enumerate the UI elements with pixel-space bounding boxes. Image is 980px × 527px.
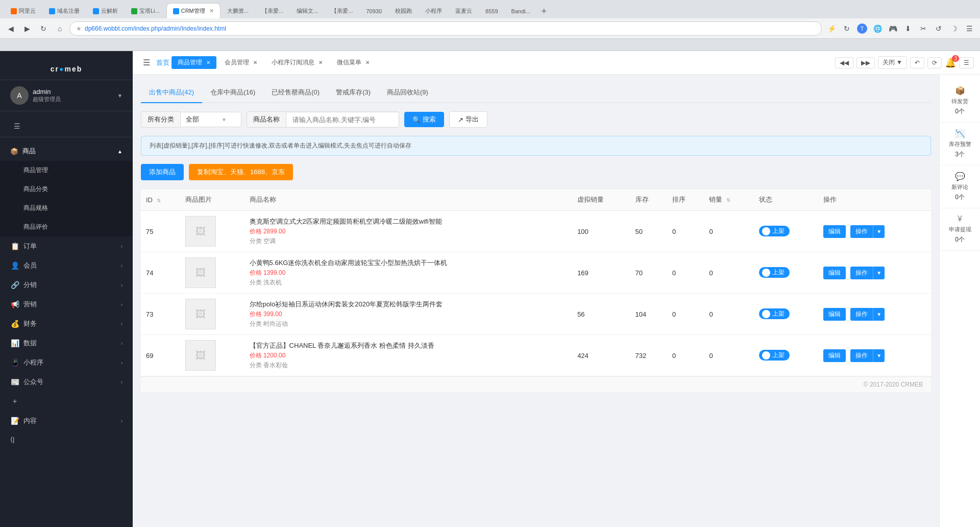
game-icon[interactable]: 🎮 xyxy=(886,22,899,35)
product-name-input[interactable] xyxy=(286,113,399,127)
browser-tab-baota[interactable]: 宝塔Li... xyxy=(125,3,166,18)
menu-icon[interactable]: ☰ xyxy=(963,22,976,35)
sidebar-item-data[interactable]: 📊 数据 › xyxy=(0,333,133,353)
translate-icon[interactable]: 🌐 xyxy=(871,22,884,35)
add-product-button[interactable]: 添加商品 xyxy=(141,164,184,180)
nav-more-btn[interactable]: ☰ xyxy=(959,57,974,68)
panel-pending-delivery[interactable]: 📦 待发货 0个 xyxy=(940,80,980,123)
panel-withdraw[interactable]: ¥ 申请提现 0个 xyxy=(940,208,980,251)
cell-virtual-sales[interactable]: 169 xyxy=(572,252,630,294)
cell-sort[interactable]: 0 xyxy=(667,211,704,252)
tab-warehouse[interactable]: 仓库中商品(16) xyxy=(202,83,263,103)
ops-button-1[interactable]: 操作 xyxy=(850,225,873,238)
category-dropdown[interactable]: 全部 ▼ xyxy=(180,112,241,127)
browser-tab-70930[interactable]: 70930 xyxy=(359,3,388,18)
edit-button-3[interactable]: 编辑 xyxy=(823,308,846,321)
cell-virtual-sales[interactable]: 424 xyxy=(572,335,630,376)
ops-dropdown-btn-3[interactable]: ▼ xyxy=(873,308,885,321)
tab-warning-stock[interactable]: 警戒库存(3) xyxy=(328,83,379,103)
sidebar-item-finance[interactable]: 💰 财务 › xyxy=(0,314,133,333)
reload-button[interactable]: ↻ xyxy=(37,22,50,35)
scissors-icon[interactable]: ✂ xyxy=(917,22,930,35)
tab-recycle[interactable]: 商品回收站(9) xyxy=(379,83,436,103)
cell-virtual-sales[interactable]: 56 xyxy=(572,294,630,335)
browser-tab-bandi[interactable]: Bandi... xyxy=(505,3,537,18)
download-icon[interactable]: ⬇ xyxy=(901,22,915,35)
home-button[interactable]: ⌂ xyxy=(53,22,66,35)
sidebar-item-content[interactable]: 📝 内容 › xyxy=(0,411,133,430)
ops-button-2[interactable]: 操作 xyxy=(850,267,873,279)
tab-wechat-menu[interactable]: 微信菜单 ✕ xyxy=(331,56,376,69)
copy-product-button[interactable]: 复制淘宝、天猫、1688、京东 xyxy=(189,164,293,180)
cell-stock[interactable]: 104 xyxy=(630,294,667,335)
url-bar[interactable]: ★ dp666.wobbt.com/index.php/admin/Index/… xyxy=(69,21,822,36)
browser-tab-dns[interactable]: 云解析 xyxy=(86,3,125,18)
ops-button-3[interactable]: 操作 xyxy=(850,308,873,321)
home-link[interactable]: 首页 xyxy=(156,58,169,67)
cell-virtual-sales[interactable]: 100 xyxy=(572,211,630,252)
edit-button-1[interactable]: 编辑 xyxy=(823,225,846,238)
cell-stock[interactable]: 732 xyxy=(630,335,667,376)
panel-stock-warning[interactable]: 📉 库存预警 3个 xyxy=(940,123,980,165)
status-toggle-2[interactable]: 上架 xyxy=(759,267,790,278)
tab-sold-out[interactable]: 已经售罄商品(0) xyxy=(263,83,328,103)
forward-button[interactable]: ▶ xyxy=(20,22,34,35)
tab-member-manage[interactable]: 会员管理 ✕ xyxy=(218,56,263,69)
nav-refresh-btn[interactable]: ⟳ xyxy=(927,57,942,68)
extensions-icon[interactable]: ⚡ xyxy=(825,22,838,35)
panel-new-reviews[interactable]: 💬 新评论 0个 xyxy=(940,165,980,208)
browser-tab-domain[interactable]: 域名注册 xyxy=(42,3,86,18)
ops-dropdown-btn-2[interactable]: ▼ xyxy=(873,267,885,279)
sidebar-item-product-review[interactable]: 商品评价 xyxy=(0,218,133,236)
nav-close-btn[interactable]: 关闭 ▼ xyxy=(878,56,907,69)
back-button[interactable]: ◀ xyxy=(4,22,17,35)
cell-sort[interactable]: 0 xyxy=(667,335,704,376)
nav-undo-btn[interactable]: ↶ xyxy=(910,57,924,68)
sidebar-item-orders[interactable]: 📋 订单 › xyxy=(0,236,133,256)
tab-close-icon4[interactable]: ✕ xyxy=(365,60,370,65)
ops-button-4[interactable]: 操作 xyxy=(850,349,873,362)
cell-sort[interactable]: 0 xyxy=(667,252,704,294)
cell-stock[interactable]: 70 xyxy=(630,252,667,294)
status-toggle-3[interactable]: 上架 xyxy=(759,308,790,319)
tab-close-icon2[interactable]: ✕ xyxy=(253,60,257,65)
browser-tab-qin2[interactable]: 【亲爱... xyxy=(325,3,359,18)
id-sort-icon[interactable]: ⇅ xyxy=(157,198,161,203)
sidebar-item-marketing[interactable]: 📢 营销 › xyxy=(0,295,133,314)
ops-dropdown-btn-1[interactable]: ▼ xyxy=(873,225,885,238)
sidebar-collapse-btn[interactable]: ⟨| xyxy=(0,430,133,448)
ops-dropdown-btn-4[interactable]: ▼ xyxy=(873,349,885,362)
tab-miniapp-subscribe[interactable]: 小程序订阅消息 ✕ xyxy=(265,56,329,69)
browser-tab-dapeng[interactable]: 大鹏资... xyxy=(220,3,255,18)
tab-close-icon[interactable]: ✕ xyxy=(209,8,214,14)
reload2-icon[interactable]: ↻ xyxy=(840,22,853,35)
sales-sort-icon[interactable]: ⇅ xyxy=(726,197,730,203)
browser-tab-qin1[interactable]: 【亲爱... xyxy=(255,3,290,18)
tab-close-icon3[interactable]: ✕ xyxy=(318,60,323,65)
nav-products-toggle[interactable]: 📦 商品 ▲ xyxy=(0,141,133,161)
cell-sort[interactable]: 0 xyxy=(667,294,704,335)
new-tab-button[interactable]: + xyxy=(537,4,551,18)
tab-product-manage[interactable]: 商品管理 ✕ xyxy=(172,56,216,69)
browser-tab-8559[interactable]: 8559 xyxy=(479,3,504,18)
cell-stock[interactable]: 50 xyxy=(630,211,667,252)
hamburger-icon[interactable]: ☰ xyxy=(10,119,23,133)
user-dropdown-icon[interactable]: ▼ xyxy=(117,93,122,99)
browser-tab-lanmai[interactable]: 蓝麦云 xyxy=(449,3,479,18)
profile-icon[interactable]: T xyxy=(855,22,869,35)
edit-button-2[interactable]: 编辑 xyxy=(823,267,846,279)
sidebar-item-members[interactable]: 👤 会员 › xyxy=(0,256,133,275)
browser-tab-campus[interactable]: 校园跑 xyxy=(388,3,419,18)
sidebar-user[interactable]: A admin 超级管理员 ▼ xyxy=(0,80,133,111)
browser-tab-edit[interactable]: 编辑文... xyxy=(290,3,325,18)
browser-tab-aliyun[interactable]: 阿里云 xyxy=(4,3,42,18)
moon-icon[interactable]: ☽ xyxy=(947,22,961,35)
sidebar-item-add[interactable]: ＋ xyxy=(0,392,133,411)
browser-tab-miniapp[interactable]: 小程序 xyxy=(419,3,449,18)
status-toggle-1[interactable]: 上架 xyxy=(759,226,790,236)
sidebar-item-product-manage[interactable]: 商品管理 xyxy=(0,161,133,180)
search-button[interactable]: 🔍 搜索 xyxy=(404,112,444,127)
tab-on-sale[interactable]: 出售中商品(42) xyxy=(141,83,202,103)
sidebar-item-miniapp[interactable]: 📱 小程序 › xyxy=(0,353,133,372)
sidebar-item-official[interactable]: 📰 公众号 › xyxy=(0,372,133,392)
